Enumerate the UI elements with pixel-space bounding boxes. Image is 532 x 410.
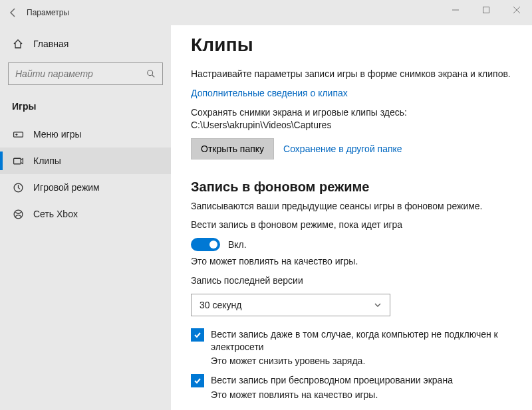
search-input[interactable] [15, 68, 146, 79]
captures-icon [12, 155, 24, 167]
page-heading: Клипы [191, 35, 512, 56]
svg-rect-6 [13, 132, 23, 136]
sidebar-item-label: Меню игры [33, 129, 82, 140]
record-wireless-checkbox[interactable] [191, 374, 204, 387]
minimize-button[interactable] [440, 0, 471, 20]
sidebar-item-label: Клипы [33, 155, 61, 166]
window-title: Параметры [27, 8, 69, 17]
svg-point-11 [14, 210, 23, 219]
sidebar-home[interactable]: Главная [0, 31, 171, 57]
record-wireless-label: Вести запись при беспроводном проецирова… [211, 374, 453, 387]
bg-toggle-state: Вкл. [228, 239, 247, 250]
record-on-battery-note: Это может снизить уровень заряда. [211, 355, 512, 367]
sidebar: Главная Игры Меню игры Клипы [0, 25, 171, 410]
record-on-battery-label: Вести запись даже в том случае, когда ко… [211, 328, 512, 354]
svg-line-5 [152, 75, 155, 78]
svg-rect-9 [13, 158, 21, 164]
xbox-icon [12, 208, 24, 220]
titlebar: Параметры [0, 0, 532, 25]
sidebar-section-label: Игры [0, 92, 171, 121]
home-icon [12, 38, 24, 50]
bg-toggle-note: Это может повлиять на качество игры. [191, 255, 512, 268]
maximize-button[interactable] [471, 0, 501, 20]
sidebar-home-label: Главная [33, 39, 68, 49]
search-icon [146, 69, 156, 78]
open-folder-button[interactable]: Открыть папку [191, 138, 274, 159]
bg-desc: Записываются ваши предыдущие сеансы игры… [191, 200, 512, 213]
game-bar-icon [12, 128, 24, 140]
record-last-value: 30 секунд [200, 300, 241, 310]
bg-toggle-label: Вести запись в фоновом режиме, пока идет… [191, 219, 512, 231]
search-box[interactable] [8, 62, 163, 85]
sidebar-item-label: Сеть Xbox [33, 209, 78, 219]
bg-heading: Запись в фоновом режиме [191, 179, 512, 195]
bg-record-toggle[interactable] [191, 238, 220, 251]
svg-rect-1 [483, 7, 489, 13]
save-other-folder-link[interactable]: Сохранение в другой папке [283, 144, 402, 154]
record-on-battery-checkbox[interactable] [191, 328, 204, 342]
content-area: Клипы Настраивайте параметры записи игры… [171, 25, 532, 410]
svg-point-4 [148, 70, 153, 76]
record-wireless-note: Это может повлиять на качество игры. [211, 389, 512, 401]
sidebar-item-game-bar[interactable]: Меню игры [0, 121, 171, 148]
record-last-select[interactable]: 30 секунд [191, 294, 390, 316]
close-button[interactable] [501, 0, 532, 20]
intro-text: Настраивайте параметры записи игры в фор… [191, 68, 512, 80]
sidebar-item-label: Игровой режим [33, 182, 100, 193]
record-last-label: Запись последней версии [191, 274, 512, 287]
chevron-down-icon [374, 301, 382, 309]
sidebar-item-captures[interactable]: Клипы [0, 148, 171, 174]
sidebar-item-game-mode[interactable]: Игровой режим [0, 174, 171, 201]
back-button[interactable] [0, 0, 27, 25]
sidebar-item-xbox-networking[interactable]: Сеть Xbox [0, 201, 171, 227]
game-mode-icon [12, 181, 24, 193]
learn-more-link[interactable]: Дополнительные сведения о клипах [191, 88, 348, 98]
window-controls [440, 0, 532, 20]
save-location-text: Сохранять снимки экрана и игровые клипы … [191, 106, 512, 132]
